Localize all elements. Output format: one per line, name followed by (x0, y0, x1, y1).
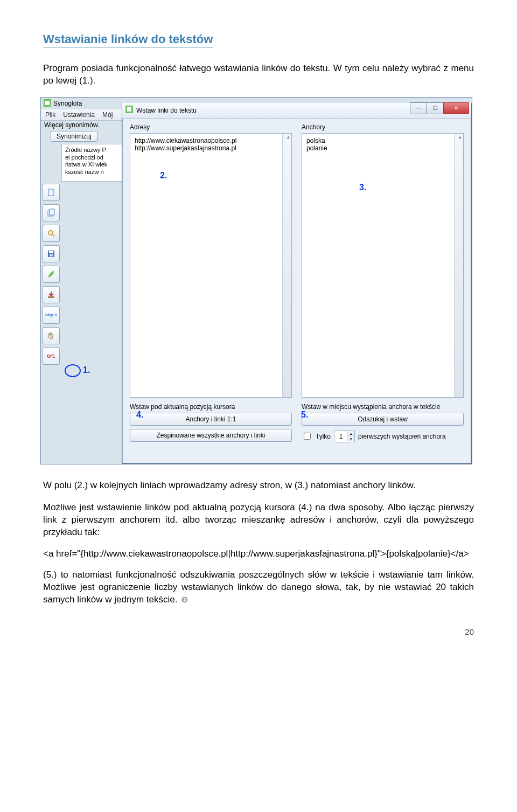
right-section-label: Wstaw w miejscu wystąpienia anchora w te… (302, 403, 464, 411)
dialog-title-text: Wstaw linki do tekstu (136, 107, 197, 114)
bg-window-title-text: Synoglota (53, 100, 82, 107)
para-2: W polu (2.) w kolejnych liniach wprowadz… (43, 480, 474, 492)
menu-plik[interactable]: Plik (45, 111, 55, 119)
code-example: <a href="{http://www.ciekawastronaopolsc… (43, 549, 474, 559)
adresy-textarea[interactable] (130, 133, 292, 398)
tool-download-icon[interactable] (43, 286, 60, 303)
insert-links-dialog: ─ ☐ ✕ Wstaw linki do tekstu Adresy Ancho… (122, 103, 472, 464)
para-3: Możliwe jest wstawienie linków pod aktua… (43, 502, 474, 539)
maximize-button[interactable]: ☐ (427, 102, 444, 114)
app-screenshot: Synoglota Plik Ustawienia Mój Więcej syn… (40, 97, 472, 464)
svg-line-6 (52, 234, 54, 237)
tool-search-icon[interactable] (43, 225, 60, 242)
menu-ustawienia[interactable]: Ustawienia (63, 111, 95, 119)
count-input[interactable] (334, 433, 347, 440)
svg-point-13 (52, 334, 53, 335)
side-toolbar: http:// ort. (42, 184, 60, 365)
tool-save-icon[interactable] (43, 245, 60, 262)
only-checkbox[interactable] (304, 433, 311, 440)
tool-docs-icon[interactable] (43, 204, 60, 221)
svg-rect-1 (45, 101, 50, 105)
para-4: (5.) to natomiast funkcjonalność odszuki… (43, 569, 474, 606)
page-title: Wstawianie linków do tekstów (43, 32, 213, 47)
svg-rect-10 (48, 296, 54, 298)
svg-rect-8 (49, 251, 53, 253)
app-icon (44, 99, 51, 108)
synonymize-button[interactable]: Synonimizuj (51, 131, 97, 142)
anchory-linki-button[interactable]: Anchory i linki 1:1 (130, 413, 292, 426)
svg-point-12 (51, 333, 52, 334)
anchory-textarea[interactable] (302, 133, 464, 398)
bg-window-title: Synoglota (44, 99, 82, 108)
marker-2: 2. (160, 171, 167, 181)
dialog-icon (125, 106, 133, 115)
anchory-label: Anchory (302, 123, 464, 131)
page-number: 20 (43, 627, 474, 636)
spin-down[interactable]: ▾ (348, 436, 354, 441)
count-spinner[interactable]: ▴▾ (334, 431, 355, 442)
tool-link-icon[interactable]: http:// (43, 307, 60, 324)
tool-palette-icon[interactable] (43, 327, 60, 344)
odszukaj-wstaw-button[interactable]: Odszukaj i wstaw (302, 413, 464, 426)
tool-leaf-icon[interactable] (43, 266, 60, 283)
svg-rect-2 (48, 189, 54, 196)
spin-up[interactable]: ▴ (348, 431, 354, 436)
marker-5: 5. (301, 410, 308, 420)
only-suffix-label: pierwszych wystąpień anchora (358, 433, 446, 440)
only-label: Tylko (316, 433, 331, 440)
marker-3: 3. (359, 183, 366, 192)
svg-rect-9 (50, 254, 53, 256)
minimize-button[interactable]: ─ (410, 102, 427, 114)
zespinowane-button[interactable]: Zespinowane wszystkie anchory i linki (130, 429, 292, 442)
left-section-label: Wstaw pod aktualną pozycją kursora (130, 403, 292, 411)
only-first-row: Tylko ▴▾ pierwszych wystąpień anchora (302, 429, 464, 444)
intro-paragraph: Program posiada funkcjonalność łatwego w… (43, 63, 474, 87)
marker-1: 1. (65, 364, 90, 377)
tool-doc-icon[interactable] (43, 184, 60, 201)
tool-ort-icon[interactable]: ort. (43, 348, 60, 365)
adresy-label: Adresy (130, 123, 292, 131)
more-synonyms-label: Więcej synonimów. (44, 121, 99, 129)
window-controls: ─ ☐ ✕ (410, 102, 469, 114)
menu-moj[interactable]: Mój (102, 111, 113, 119)
svg-rect-15 (127, 107, 131, 112)
marker-4: 4. (136, 410, 143, 420)
close-button[interactable]: ✕ (443, 102, 469, 114)
svg-point-11 (49, 334, 50, 335)
svg-rect-4 (50, 209, 54, 215)
svg-point-5 (48, 231, 53, 235)
